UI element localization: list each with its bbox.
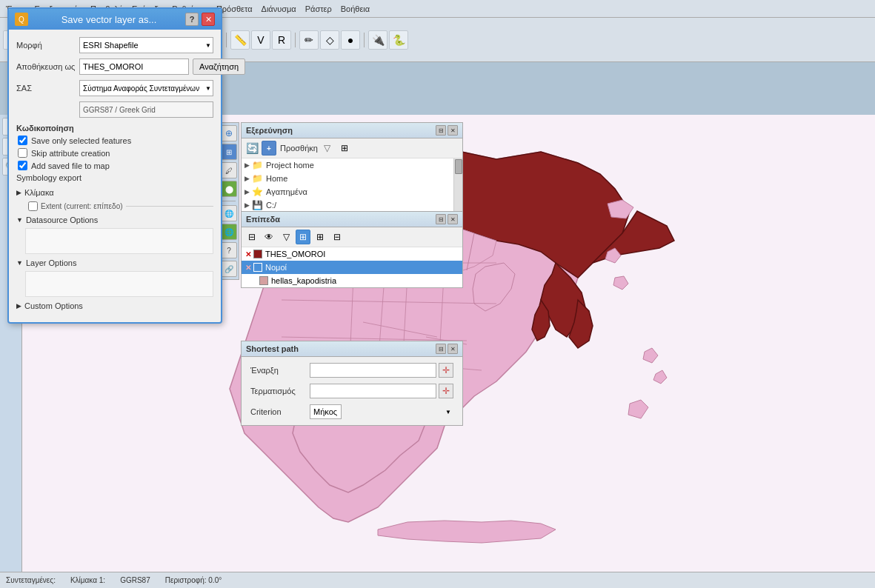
morfi-select[interactable]: ESRI Shapefile: [79, 37, 213, 53]
side-tb-btn5[interactable]: 🌐: [221, 205, 237, 221]
sp-start-row: Έναρξη ✛: [246, 360, 458, 381]
tree-label-c: C:/: [266, 201, 276, 210]
sp-criterion-select[interactable]: Μήκος: [310, 404, 342, 419]
status-scale: Κλίμακα 1:: [70, 576, 105, 584]
tb-digitize[interactable]: ●: [341, 30, 360, 50]
layer-name-nomoi: Νομοί: [265, 263, 287, 272]
explorer-float-btn[interactable]: ⊟: [436, 125, 446, 136]
skip-attr-checkbox[interactable]: [18, 148, 27, 158]
skip-attr-label: Skip attribute creation: [31, 149, 110, 158]
menu-vector[interactable]: Διάνυσμα: [262, 4, 296, 13]
explorer-scrollbar-thumb[interactable]: [455, 159, 462, 174]
sp-end-label: Τερματισμός: [250, 387, 310, 395]
statusbar: Συντεταγμένες: Κλίμακα 1: GGRS87 Περιστρ…: [0, 572, 875, 588]
dialog-titlebar: Q Save vector layer as... ? ✕: [9, 9, 221, 30]
layer-item-thes[interactable]: ✕ THES_OMOROI: [242, 247, 462, 261]
tree-label-project: Project home: [266, 161, 314, 170]
explorer-add-btn[interactable]: +: [262, 141, 276, 156]
tree-item-c[interactable]: ▶ 💾 C:/: [242, 198, 453, 212]
layers-copy-btn[interactable]: ⊟: [244, 230, 259, 244]
layer-options-header[interactable]: ▼ Layer Options: [16, 257, 213, 269]
tb-python[interactable]: 🐍: [389, 30, 408, 50]
tb-measure[interactable]: 📏: [230, 30, 250, 50]
tree-item-favorites[interactable]: ▶ ⭐ Αγαπημένα: [242, 185, 453, 198]
custom-options-header[interactable]: ▶ Custom Options: [16, 300, 213, 312]
klimaka-header[interactable]: ▶ Κλίμακα: [16, 187, 213, 198]
tb-add-vector[interactable]: V: [251, 30, 270, 50]
tree-item-home[interactable]: ▶ 📁 Home: [242, 172, 453, 185]
tb-plugins[interactable]: 🔌: [368, 30, 387, 50]
side-tb-btn1[interactable]: ⊕: [221, 125, 237, 141]
tree-icon-project: 📁: [252, 160, 263, 170]
sp-close-btn[interactable]: ✕: [448, 344, 458, 354]
sp-start-input[interactable]: [310, 363, 436, 378]
layers-eye-btn[interactable]: 👁: [262, 230, 276, 244]
layer-options-arrow: ▼: [16, 259, 23, 267]
layer-item-hellas[interactable]: hellas_kapodistria: [242, 274, 462, 287]
explorer-refresh-btn[interactable]: 🔄: [244, 141, 259, 156]
morfi-row: Μορφή ESRI Shapefile ▼: [16, 37, 213, 53]
shortest-path-panel: Shortest path ⊟ ✕ Έναρξη ✛ Τερματισμός ✛…: [241, 341, 463, 426]
extent-row: Extent (current: επίπεδο): [28, 201, 213, 211]
layers-toolbar: ⊟ 👁 ▽ ⊞ ⊞ ⊟: [242, 227, 462, 247]
layers-panel-header: Επίπεδα ⊟ ✕: [242, 212, 462, 227]
sp-end-input[interactable]: [310, 384, 436, 398]
side-tb-btn4[interactable]: ⬤: [221, 181, 237, 197]
layers-merge-btn[interactable]: ⊞: [313, 230, 327, 244]
explorer-filter-btn[interactable]: ▽: [320, 141, 335, 156]
layer-item-nomoi[interactable]: ✕ Νομοί: [242, 261, 462, 274]
extent-checkbox[interactable]: [28, 201, 38, 211]
layers-close-btn[interactable]: ✕: [448, 214, 458, 224]
menu-raster[interactable]: Ράστερ: [305, 4, 332, 13]
sas-label: ΣΑΣ: [16, 84, 79, 93]
dialog-help-btn[interactable]: ?: [185, 13, 199, 26]
apothikeusi-row: Αποθήκευση ως Αναζήτηση: [16, 59, 213, 75]
tb-edit[interactable]: ✏: [299, 30, 319, 50]
explorer-panel-buttons: ⊟ ✕: [436, 125, 458, 136]
side-tb-btn7[interactable]: ?: [221, 242, 237, 258]
tree-item-project[interactable]: ▶ 📁 Project home: [242, 158, 453, 172]
dialog-close-btn[interactable]: ✕: [202, 13, 215, 26]
layers-panel-title: Επίπεδα: [246, 215, 280, 224]
extent-text: Extent (current: επίπεδο): [41, 202, 123, 210]
side-tb-btn3[interactable]: 🖊: [221, 162, 237, 178]
sp-float-btn[interactable]: ⊟: [436, 344, 446, 354]
apothikeusi-input[interactable]: [79, 59, 189, 75]
tb-node[interactable]: ◇: [320, 30, 339, 50]
sp-panel-buttons: ⊟ ✕: [436, 344, 458, 354]
add-saved-checkbox[interactable]: [18, 161, 27, 170]
side-tb-btn8[interactable]: 🔗: [221, 261, 237, 277]
kodikop-header: Κωδικοποίηση: [16, 124, 213, 133]
tree-label-home: Home: [266, 174, 287, 183]
side-tb-btn6[interactable]: 🌐: [221, 224, 237, 240]
layers-filter-btn[interactable]: ▽: [279, 230, 293, 244]
sp-start-pin-btn[interactable]: ✛: [439, 363, 453, 378]
search-button[interactable]: Αναζήτηση: [193, 59, 245, 75]
datasource-header[interactable]: ▼ Datasource Options: [16, 214, 213, 226]
datasource-content: [25, 228, 213, 254]
explorer-close-btn[interactable]: ✕: [448, 125, 458, 136]
add-saved-row: Add saved file to map: [16, 161, 213, 170]
layer-x-nomoi: ✕: [245, 264, 251, 272]
sp-form: Έναρξη ✛ Τερματισμός ✛ Criterion Μήκος ▼: [242, 357, 462, 425]
custom-options-label: Custom Options: [24, 301, 83, 310]
menu-help[interactable]: Βοήθεια: [341, 4, 370, 13]
crs-value: GGRS87 / Greek Grid: [79, 101, 213, 118]
sp-end-pin-btn[interactable]: ✛: [439, 384, 453, 398]
apothikeusi-label: Αποθήκευση ως: [16, 62, 79, 71]
layers-grid-btn[interactable]: ⊞: [296, 230, 310, 244]
sas-select[interactable]: Σύστημα Αναφοράς Συντεταγμένων Επιπέδου: [79, 80, 213, 96]
save-selected-checkbox[interactable]: [18, 136, 27, 145]
layers-delete-btn[interactable]: ⊟: [330, 230, 345, 244]
datasource-label: Datasource Options: [26, 216, 98, 224]
explorer-panel: Εξερεύνηση ⊟ ✕ 🔄 + Προσθήκη ▽ ⊞ ▶ 📁 Proj…: [241, 122, 463, 226]
explorer-panel-header: Εξερεύνηση ⊟ ✕: [242, 123, 462, 138]
explorer-db-btn[interactable]: ⊞: [337, 141, 352, 156]
tb-add-raster[interactable]: R: [272, 30, 291, 50]
datasource-section: ▼ Datasource Options: [16, 214, 213, 254]
side-tb-btn2[interactable]: ⊞: [221, 144, 237, 160]
save-selected-label: Save only selected features: [31, 136, 131, 145]
tree-icon-home: 📁: [252, 173, 263, 184]
layers-float-btn[interactable]: ⊟: [436, 214, 446, 224]
layer-color-nomoi: [253, 263, 262, 272]
